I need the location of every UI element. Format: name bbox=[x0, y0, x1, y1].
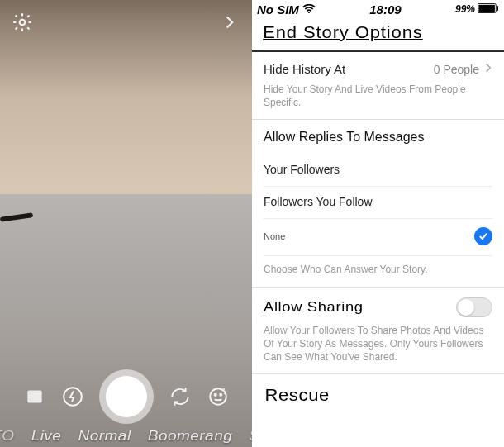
carrier-label: No SIM bbox=[257, 2, 299, 17]
svg-point-6 bbox=[308, 11, 310, 12]
mode-boomerang[interactable]: Boomerang bbox=[148, 428, 232, 445]
svg-rect-9 bbox=[497, 6, 498, 11]
battery-pct-label: 99% bbox=[455, 3, 475, 15]
wifi-icon bbox=[302, 2, 316, 17]
replies-opt-your-followers[interactable]: Your Followers bbox=[264, 155, 492, 187]
rescue-button[interactable]: Rescue bbox=[252, 374, 504, 411]
allow-sharing-helper: Allow Your Followers To Share Photos And… bbox=[264, 324, 492, 364]
replies-opt-followers-you-follow[interactable]: Followers You Follow bbox=[264, 187, 492, 219]
svg-point-2 bbox=[64, 388, 82, 406]
hide-history-section[interactable]: Hide History At 0 People Hide Your Story… bbox=[252, 52, 504, 120]
replies-helper: Choose Who Can Answer Your Story. bbox=[264, 263, 492, 276]
chevron-right-icon bbox=[484, 62, 492, 76]
svg-rect-8 bbox=[478, 4, 495, 11]
svg-point-4 bbox=[214, 394, 216, 396]
clock-label: 18:09 bbox=[369, 2, 401, 17]
allow-sharing-section: Allow Sharing Allow Your Followers To Sh… bbox=[252, 288, 504, 375]
svg-point-0 bbox=[20, 20, 26, 26]
mode-prev-cut[interactable]: TO bbox=[0, 428, 14, 445]
svg-point-3 bbox=[210, 388, 226, 405]
mode-normal[interactable]: Normal bbox=[78, 428, 131, 445]
status-bar: No SIM 18:09 99% bbox=[252, 0, 504, 18]
story-settings-pane: No SIM 18:09 99% End Story Options Hide … bbox=[252, 0, 504, 447]
svg-point-5 bbox=[220, 394, 221, 396]
shutter-button[interactable] bbox=[99, 369, 154, 424]
page-title: End Story Options bbox=[252, 18, 504, 52]
camera-mode-strip[interactable]: TO Live Normal Boomerang S bbox=[0, 427, 252, 445]
flash-icon[interactable] bbox=[61, 385, 84, 408]
svg-rect-1 bbox=[27, 390, 41, 402]
hide-history-helper: Hide Your Story And Live Videos From Peo… bbox=[264, 83, 492, 109]
mode-live[interactable]: Live bbox=[31, 428, 62, 445]
allow-replies-heading: Allow Replies To Messages bbox=[264, 130, 492, 145]
replies-opt-none[interactable]: None bbox=[264, 219, 492, 256]
allow-replies-section: Allow Replies To Messages Your Followers… bbox=[252, 120, 504, 287]
hide-history-label: Hide History At bbox=[264, 62, 345, 76]
chevron-right-icon[interactable] bbox=[219, 12, 240, 36]
checkmark-icon bbox=[474, 227, 492, 245]
battery-icon bbox=[478, 3, 499, 16]
switch-camera-icon[interactable] bbox=[169, 385, 192, 408]
hide-history-value[interactable]: 0 People bbox=[434, 62, 492, 76]
mode-next-cut[interactable]: S bbox=[249, 428, 252, 445]
gallery-icon[interactable] bbox=[23, 385, 46, 408]
allow-sharing-heading: Allow Sharing bbox=[264, 299, 364, 316]
camera-preview: TO Live Normal Boomerang S bbox=[0, 0, 252, 447]
camera-bottom-controls bbox=[0, 369, 252, 424]
camera-top-bar bbox=[12, 12, 240, 36]
settings-gear-icon[interactable] bbox=[12, 12, 33, 36]
face-filter-icon[interactable] bbox=[207, 385, 230, 408]
allow-sharing-toggle[interactable] bbox=[456, 297, 492, 317]
